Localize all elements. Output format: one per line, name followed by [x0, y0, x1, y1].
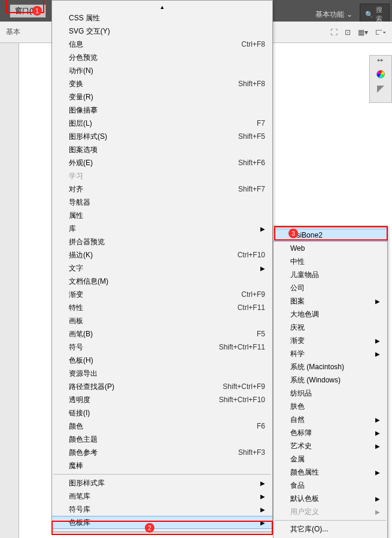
annotation-box-2: [51, 521, 273, 535]
menu-shortcut: F7: [257, 119, 265, 127]
menu-item-2[interactable]: 符号库▶: [52, 503, 272, 516]
menu-shortcut: F5: [257, 330, 265, 338]
menu-item-21[interactable]: 渐变Ctrl+F9: [52, 288, 272, 301]
submenu-item-18[interactable]: 颜色属性▶: [274, 466, 387, 479]
align-icon[interactable]: ⊡: [344, 27, 352, 38]
submenu-item-6[interactable]: 大地色调: [274, 308, 387, 321]
transform-icon[interactable]: ▦▾: [357, 27, 369, 38]
submenu-item-9[interactable]: 科学▶: [274, 347, 387, 360]
menu-item-label: 链接(I): [69, 408, 265, 418]
menu-item-15[interactable]: 属性: [52, 209, 272, 222]
submenu-item-12[interactable]: 纺织品: [274, 387, 387, 400]
submenu-item-1[interactable]: Web: [274, 242, 387, 255]
menu-item-11[interactable]: 外观(E)Shift+F6: [52, 156, 272, 169]
window-menu: ▲ CSS 属性SVG 交互(Y)信息Ctrl+F8分色预览动作(N)变换Shi…: [51, 0, 273, 532]
submenu-item-20[interactable]: 默认色板▶: [274, 492, 387, 505]
submenu-item-10[interactable]: 系统 (Macintosh): [274, 360, 387, 373]
submenu-item-16[interactable]: 艺术史▶: [274, 439, 387, 452]
menu-item-6[interactable]: 变量(R): [52, 90, 272, 104]
menu-item-28[interactable]: 路径查找器(P)Shift+Ctrl+F9: [52, 380, 272, 393]
menu-shortcut: F6: [257, 422, 265, 430]
tool-icon-group: ⛶ ⊡ ▦▾ ⫍▾: [329, 27, 387, 38]
crop-icon[interactable]: ⛶: [329, 27, 339, 38]
submenu-arrow-icon: ▶: [260, 506, 265, 513]
submenu-item-label: 颜色属性: [290, 467, 380, 478]
submenu-item-8[interactable]: 渐变▶: [274, 334, 387, 347]
menu-item-34[interactable]: 魔棒: [52, 459, 272, 472]
submenu-item-label: 食品: [290, 481, 380, 491]
submenu-item-label: 系统 (Macintosh): [290, 362, 380, 372]
menu-item-18[interactable]: 描边(K)Ctrl+F10: [52, 248, 272, 262]
annotation-badge-2: 2: [145, 523, 154, 533]
menu-item-label: 图形样式库: [69, 478, 265, 488]
menu-item-19[interactable]: 文字▶: [52, 262, 272, 275]
color-palette-icon[interactable]: [376, 70, 385, 78]
submenu-item-5[interactable]: 图案▶: [274, 294, 387, 308]
menu-item-10[interactable]: 图案选项: [52, 143, 272, 156]
submenu-item-19[interactable]: 食品: [274, 479, 387, 492]
submenu-item-15[interactable]: 色标簿▶: [274, 426, 387, 439]
submenu-arrow-icon: ▶: [375, 496, 380, 502]
submenu-item-11[interactable]: 系统 (Windows): [274, 373, 387, 387]
menu-item-0[interactable]: 图形样式库▶: [52, 476, 272, 490]
menu-shortcut: Shift+Ctrl+F9: [223, 382, 265, 391]
menu-item-label: 颜色主题: [69, 434, 265, 445]
menu-item-29[interactable]: 透明度Shift+Ctrl+F10: [52, 393, 272, 406]
swatch-library-submenu: VisiBone2Web中性儿童物品公司图案▶大地色调庆祝渐变▶科学▶系统 (M…: [273, 226, 388, 538]
chevron-down-icon: ⌄: [347, 10, 353, 19]
menu-item-20[interactable]: 文档信息(M): [52, 275, 272, 288]
control-bar-label: 基本: [6, 27, 20, 37]
submenu-item-13[interactable]: 肤色: [274, 400, 387, 413]
menu-item-23[interactable]: 画板: [52, 314, 272, 327]
menu-item-7[interactable]: 图像描摹: [52, 104, 272, 117]
menu-item-31[interactable]: 颜色F6: [52, 420, 272, 433]
menu-shortcut: Shift+Ctrl+F10: [219, 396, 265, 404]
submenu-item-label: 儿童物品: [290, 270, 380, 280]
collapse-icon[interactable]: ▸▸: [378, 57, 384, 63]
submenu-item-other-library[interactable]: 其它库(O)...: [274, 522, 387, 536]
menu-item-22[interactable]: 特性Ctrl+F11: [52, 301, 272, 314]
submenu-item-label: 科学: [290, 349, 380, 359]
submenu-arrow-icon: ▶: [375, 351, 380, 357]
menu-item-32[interactable]: 颜色主题: [52, 433, 272, 446]
menu-item-13[interactable]: 对齐Shift+F7: [52, 183, 272, 196]
menu-item-0[interactable]: CSS 属性: [52, 11, 272, 25]
submenu-item-label: 用户定义: [290, 507, 380, 517]
swatch-icon[interactable]: [377, 86, 384, 93]
menu-item-33[interactable]: 颜色参考Shift+F3: [52, 446, 272, 459]
submenu-item-2[interactable]: 中性: [274, 255, 387, 268]
menu-item-17[interactable]: 拼合器预览: [52, 235, 272, 248]
submenu-item-label: 默认色板: [290, 494, 380, 504]
arrange-icon[interactable]: ⫍▾: [374, 27, 387, 38]
menu-item-16[interactable]: 库▶: [52, 222, 272, 235]
menu-item-2[interactable]: 信息Ctrl+F8: [52, 38, 272, 51]
menu-item-5[interactable]: 变换Shift+F8: [52, 77, 272, 90]
submenu-item-7[interactable]: 庆祝: [274, 321, 387, 334]
menu-item-14[interactable]: 导航器: [52, 196, 272, 209]
submenu-item-17[interactable]: 金属: [274, 452, 387, 466]
menu-item-24[interactable]: 画笔(B)F5: [52, 327, 272, 341]
menu-item-9[interactable]: 图形样式(S)Shift+F5: [52, 130, 272, 143]
submenu-item-label: 色标簿: [290, 428, 380, 438]
menu-item-25[interactable]: 符号Shift+Ctrl+F11: [52, 341, 272, 354]
menu-item-1[interactable]: 画笔库▶: [52, 490, 272, 503]
menu-item-3[interactable]: 分色预览: [52, 51, 272, 64]
menu-item-label: 分色预览: [69, 53, 265, 63]
menu-item-27[interactable]: 资源导出: [52, 367, 272, 380]
menu-item-8[interactable]: 图层(L)F7: [52, 117, 272, 130]
submenu-item-label: 其它库(O)...: [290, 524, 380, 534]
menu-item-4[interactable]: 动作(N): [52, 64, 272, 77]
menu-shortcut: Shift+F3: [238, 448, 265, 457]
menu-item-label: 变换: [69, 79, 238, 89]
submenu-item-4[interactable]: 公司: [274, 281, 387, 294]
submenu-item-3[interactable]: 儿童物品: [274, 268, 387, 281]
menu-scroll-up-icon[interactable]: ▲: [52, 3, 272, 11]
menu-item-30[interactable]: 链接(I): [52, 406, 272, 420]
submenu-item-14[interactable]: 自然▶: [274, 413, 387, 426]
menu-shortcut: Ctrl+F8: [241, 40, 265, 48]
menu-item-26[interactable]: 色板(H): [52, 354, 272, 367]
menu-item-label: 学习: [69, 171, 265, 181]
menu-item-1[interactable]: SVG 交互(Y): [52, 25, 272, 38]
submenu-item-21: 用户定义▶: [274, 505, 387, 518]
workspace-switcher[interactable]: 基本功能 ⌄: [312, 8, 356, 21]
